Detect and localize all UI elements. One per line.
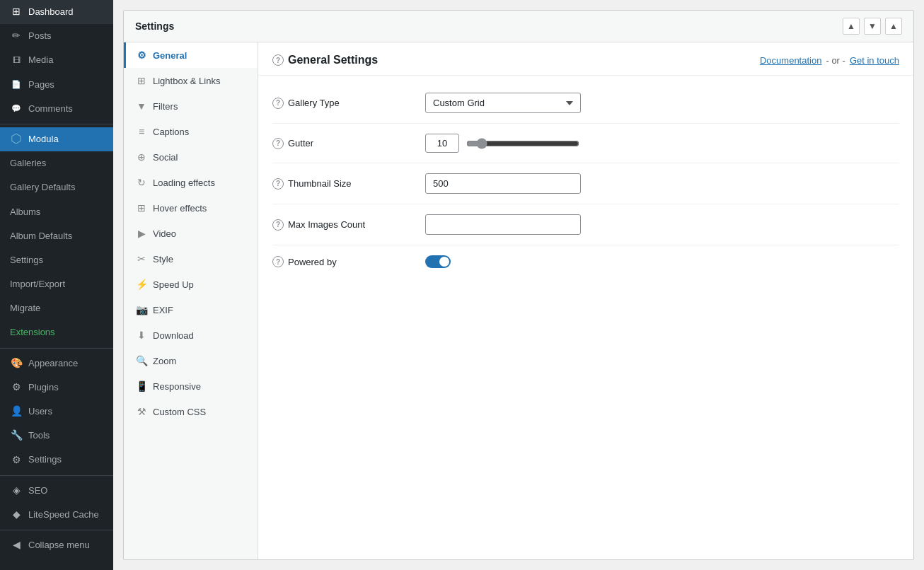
menu-item-hover-effects[interactable]: ⊞ Hover effects: [124, 195, 258, 221]
style-icon: ✂: [136, 253, 147, 264]
menu-item-speed-up[interactable]: ⚡ Speed Up: [124, 272, 258, 297]
sidebar-label-tools: Tools: [28, 429, 50, 442]
sidebar-item-settings-sub[interactable]: Settings: [0, 248, 113, 272]
comments-icon: [10, 103, 23, 115]
settings-container: Settings ▲ ▼ ▲ General ⊞ Lightbox & Link…: [123, 10, 914, 560]
menu-label-speed-up: Speed Up: [153, 279, 194, 290]
sidebar-label-pages: Pages: [28, 78, 54, 91]
sidebar-item-plugins[interactable]: ⚙ Plugins: [0, 376, 113, 400]
litespeed-icon: ◆: [10, 508, 23, 521]
menu-item-download[interactable]: ⬇ Download: [124, 322, 258, 348]
sidebar-label-posts: Posts: [28, 30, 52, 42]
header-controls: ▲ ▼ ▲: [843, 18, 902, 35]
sidebar-item-posts[interactable]: Posts: [0, 24, 113, 48]
gutter-value-input[interactable]: [425, 134, 459, 153]
thumbnail-size-input[interactable]: [425, 173, 581, 194]
sidebar-item-litespeed[interactable]: ◆ LiteSpeed Cache: [0, 503, 113, 527]
get-in-touch-link[interactable]: Get in touch: [850, 55, 899, 66]
zoom-icon: 🔍: [136, 355, 147, 366]
sidebar-item-gallery-defaults[interactable]: Gallery Defaults: [0, 175, 113, 199]
row-thumbnail-size: ? Thumbnail Size: [272, 163, 899, 204]
control-gallery-type: Custom Grid Masonry Slider Creative Gall…: [425, 93, 899, 113]
sidebar-item-galleries[interactable]: Galleries: [0, 151, 113, 175]
label-gallery-type: ? Gallery Type: [272, 98, 414, 109]
sidebar-label-galleries: Galleries: [10, 157, 46, 170]
control-thumbnail-size: [425, 173, 899, 194]
lightbox-icon: ⊞: [136, 75, 147, 86]
menu-item-lightbox[interactable]: ⊞ Lightbox & Links: [124, 68, 258, 93]
sidebar-label-settings: Settings: [28, 453, 62, 466]
row-gallery-type: ? Gallery Type Custom Grid Masonry Slide…: [272, 83, 899, 124]
max-images-help[interactable]: ?: [272, 219, 284, 231]
max-images-input[interactable]: [425, 214, 581, 235]
or-text: - or -: [826, 55, 845, 66]
powered-by-help[interactable]: ?: [272, 256, 284, 267]
menu-item-zoom[interactable]: 🔍 Zoom: [124, 348, 258, 373]
collapse-down-button[interactable]: ▼: [864, 18, 881, 35]
sidebar-label-litespeed: LiteSpeed Cache: [28, 508, 99, 521]
sidebar-item-album-defaults[interactable]: Album Defaults: [0, 224, 113, 248]
label-gutter: ? Gutter: [272, 138, 414, 149]
powered-by-toggle[interactable]: [425, 255, 451, 268]
pages-icon: [10, 78, 23, 91]
row-gutter: ? Gutter: [272, 124, 899, 163]
menu-label-video: Video: [153, 228, 176, 239]
gallery-type-select[interactable]: Custom Grid Masonry Slider Creative Gall…: [425, 93, 581, 113]
sidebar-item-modula[interactable]: ⬡ Modula: [0, 127, 113, 151]
modula-icon: ⬡: [10, 133, 23, 146]
menu-label-responsive: Responsive: [153, 381, 201, 392]
media-icon: [10, 54, 23, 66]
sidebar-item-import-export[interactable]: Import/Export: [0, 272, 113, 296]
menu-item-video[interactable]: ▶ Video: [124, 221, 258, 246]
gutter-slider[interactable]: [466, 138, 579, 149]
settings-header: Settings ▲ ▼ ▲: [124, 11, 913, 42]
content-title: ? General Settings: [272, 54, 378, 66]
menu-label-general: General: [153, 50, 187, 61]
sidebar-item-settings[interactable]: ⚙ Settings: [0, 448, 113, 472]
plugins-icon: ⚙: [10, 381, 23, 394]
sidebar-label-settings-sub: Settings: [10, 254, 43, 267]
sidebar-item-collapse[interactable]: ◀ Collapse menu: [0, 533, 113, 557]
menu-label-loading-effects: Loading effects: [153, 178, 215, 188]
sidebar-item-pages[interactable]: Pages: [0, 73, 113, 97]
sidebar-label-import-export: Import/Export: [10, 278, 65, 291]
menu-item-filters[interactable]: ▼ Filters: [124, 93, 258, 119]
tools-icon: 🔧: [10, 429, 23, 442]
menu-label-social: Social: [153, 152, 178, 163]
documentation-link[interactable]: Documentation: [760, 55, 821, 66]
minimize-button[interactable]: ▲: [885, 18, 902, 35]
menu-item-style[interactable]: ✂ Style: [124, 246, 258, 272]
menu-item-loading-effects[interactable]: ↻ Loading effects: [124, 170, 258, 195]
sidebar-item-extensions[interactable]: Extensions: [0, 320, 113, 344]
menu-item-social[interactable]: ⊕ Social: [124, 144, 258, 170]
speed-up-icon: ⚡: [136, 279, 147, 290]
sidebar-item-media[interactable]: Media: [0, 48, 113, 72]
menu-item-responsive[interactable]: 📱 Responsive: [124, 373, 258, 399]
sidebar-item-seo[interactable]: ◈ SEO: [0, 479, 113, 503]
sidebar-label-comments: Comments: [28, 103, 73, 115]
sidebar-item-migrate[interactable]: Migrate: [0, 296, 113, 320]
posts-icon: [10, 30, 23, 42]
sidebar-item-tools[interactable]: 🔧 Tools: [0, 424, 113, 448]
seo-icon: ◈: [10, 484, 23, 497]
menu-item-captions[interactable]: ≡ Captions: [124, 119, 258, 144]
menu-item-general[interactable]: General: [124, 42, 258, 68]
sidebar: Dashboard Posts Media Pages Comments ⬡ M…: [0, 0, 113, 570]
settings-content: ? General Settings Documentation - or - …: [258, 42, 913, 560]
collapse-icon: ◀: [10, 539, 23, 552]
thumbnail-help[interactable]: ?: [272, 178, 284, 190]
general-help-button[interactable]: ?: [272, 54, 284, 66]
sidebar-item-albums[interactable]: Albums: [0, 200, 113, 224]
sidebar-label-collapse: Collapse menu: [28, 539, 90, 552]
gallery-type-help[interactable]: ?: [272, 98, 284, 109]
sidebar-label-albums: Albums: [10, 206, 40, 219]
menu-item-custom-css[interactable]: ⚒ Custom CSS: [124, 399, 258, 424]
gutter-help[interactable]: ?: [272, 138, 284, 149]
captions-icon: ≡: [136, 126, 147, 137]
menu-item-exif[interactable]: 📷 EXIF: [124, 297, 258, 322]
sidebar-item-appearance[interactable]: 🎨 Appearance: [0, 351, 113, 376]
sidebar-item-dashboard[interactable]: Dashboard: [0, 0, 113, 24]
sidebar-item-comments[interactable]: Comments: [0, 97, 113, 121]
sidebar-item-users[interactable]: 👤 Users: [0, 400, 113, 424]
collapse-up-button[interactable]: ▲: [843, 18, 860, 35]
